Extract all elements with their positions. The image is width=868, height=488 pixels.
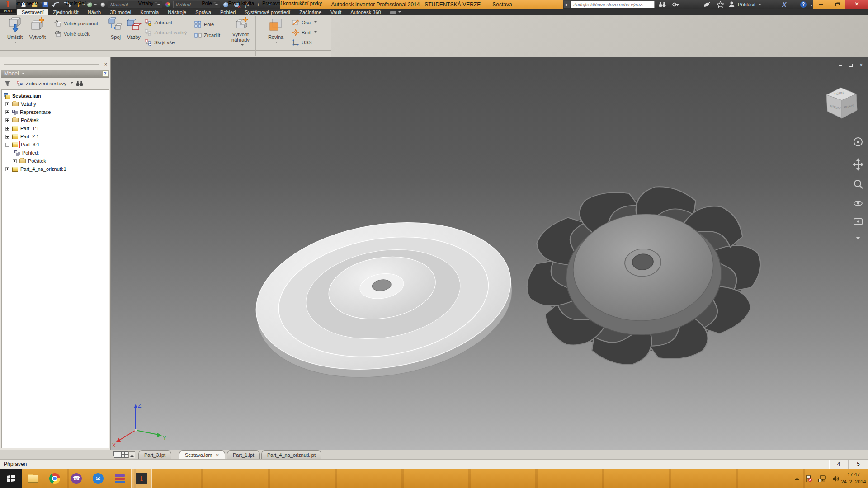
show-hidden-icons-button[interactable] xyxy=(795,475,799,480)
communication-center-button[interactable] xyxy=(701,1,712,8)
minimize-button[interactable] xyxy=(813,0,829,9)
tree-row[interactable]: Part_1:1 xyxy=(2,124,109,132)
expand-icon[interactable] xyxy=(5,110,9,114)
taskbar-file-explorer[interactable] xyxy=(23,469,43,488)
tree-row[interactable]: Sestava.iam xyxy=(2,92,109,100)
sign-in-menu[interactable] xyxy=(727,1,736,8)
browser-view-selector[interactable]: Zobrazení sestavy xyxy=(26,81,66,86)
taskbar-inventor-active[interactable]: I xyxy=(131,469,152,488)
pan-icon[interactable] xyxy=(853,158,863,171)
create-component-button[interactable]: Vytvořit xyxy=(26,17,49,40)
tree-row-selected[interactable]: Part_3:1 xyxy=(2,141,109,149)
doc-tab-part1[interactable]: Part_1.ipt xyxy=(227,450,260,459)
tab-systemove-prostredi[interactable]: Systémové prostředí xyxy=(240,9,295,15)
doc-restore-button[interactable] xyxy=(848,62,854,68)
pattern-button[interactable]: Pole xyxy=(194,21,214,28)
doc-tab-part4[interactable]: Part_4_na_oriznuti.ipt xyxy=(261,450,321,459)
tab-close-icon[interactable] xyxy=(216,453,219,458)
tree-row[interactable]: Počátek xyxy=(2,157,109,165)
group-umisteni[interactable]: Umístění xyxy=(51,0,105,7)
doc-tab-sestava[interactable]: Sestava.iam xyxy=(179,450,225,459)
place-component-button[interactable]: Umístit xyxy=(5,17,25,45)
tab-autodesk-360[interactable]: Autodesk 360 xyxy=(346,9,385,15)
hide-all-button[interactable]: Skrýt vše xyxy=(145,39,175,46)
show-sick-button[interactable]: Zobrazit vadný xyxy=(145,29,187,36)
mirror-button[interactable]: Zrcadlit xyxy=(194,32,220,39)
doc-minimize-button[interactable] xyxy=(837,62,844,68)
taskbar-clock[interactable]: 17:47 24. 2. 2014 xyxy=(840,471,867,485)
create-substitutes-button[interactable]: Vytvořit náhrady xyxy=(229,17,254,48)
group-pracovni-prvky[interactable]: Pracovní konstrukční prvky xyxy=(255,0,329,7)
search-input[interactable] xyxy=(571,1,654,8)
volume-icon[interactable] xyxy=(832,475,840,482)
work-axis-button[interactable]: Osa xyxy=(292,19,317,26)
expand-icon[interactable] xyxy=(5,167,9,171)
expand-icon[interactable] xyxy=(5,135,9,139)
tree-row[interactable]: Part_2:1 xyxy=(2,132,109,141)
search-button[interactable] xyxy=(656,1,668,8)
expand-icon[interactable] xyxy=(5,118,9,122)
tab-navrh[interactable]: Návrh xyxy=(83,9,105,15)
collapse-tabs-button[interactable] xyxy=(128,451,135,458)
close-button[interactable]: ✕ xyxy=(845,0,868,9)
group-pole[interactable]: Pole xyxy=(191,0,227,7)
ribbon-appearance-button[interactable] xyxy=(390,11,396,14)
tree-row[interactable]: Part_4_na_oriznuti:1 xyxy=(2,165,109,173)
show-relationships-button[interactable]: Zobrazit xyxy=(145,19,172,26)
joint-button[interactable]: Spoj xyxy=(108,17,124,40)
panel-close-icon[interactable] xyxy=(103,61,108,67)
filter-icon[interactable] xyxy=(4,80,11,87)
orbit-icon[interactable] xyxy=(854,201,862,206)
free-move-button[interactable]: Volně posunout xyxy=(54,20,98,27)
part-impeller[interactable] xyxy=(520,175,767,375)
tab-nastroje[interactable]: Nástroje xyxy=(163,9,191,15)
look-at-icon[interactable] xyxy=(854,219,862,225)
ucs-button[interactable]: USS xyxy=(292,39,312,46)
expand-icon[interactable] xyxy=(5,102,9,106)
search-expand-button[interactable]: ▶ xyxy=(564,1,570,8)
group-produktivita[interactable]: Produktivita xyxy=(227,0,255,7)
sign-in-button[interactable]: Přihlásit xyxy=(738,2,761,7)
browser-help-icon[interactable] xyxy=(102,70,108,77)
tile-windows-icon[interactable] xyxy=(121,451,128,458)
action-center-flag-icon[interactable] xyxy=(805,475,812,482)
free-rotate-button[interactable]: Volně otočit xyxy=(54,30,90,38)
tree-row[interactable]: Reprezentace xyxy=(2,108,109,116)
part-disc[interactable] xyxy=(245,206,523,395)
fullnav-wheel-icon[interactable] xyxy=(854,138,862,146)
expand-icon[interactable] xyxy=(5,127,9,131)
navbar-more-icon[interactable] xyxy=(856,237,860,239)
help-menu-button[interactable] xyxy=(808,4,813,8)
taskbar-mail[interactable] xyxy=(88,469,108,488)
taskbar-chrome[interactable] xyxy=(44,469,65,488)
tab-sprava[interactable]: Správa xyxy=(191,9,216,15)
tab-zjednodusit[interactable]: Zjednodušit xyxy=(48,9,83,15)
tab-zaciname[interactable]: Začínáme xyxy=(295,9,326,15)
tree-row[interactable]: Počátek xyxy=(2,116,109,124)
collapse-icon[interactable] xyxy=(5,143,9,147)
browser-header[interactable]: Model xyxy=(1,70,109,78)
favorites-button[interactable] xyxy=(714,1,726,8)
work-plane-button[interactable]: Rovina xyxy=(264,17,288,45)
tree-row[interactable]: Vztahy xyxy=(2,100,109,108)
subscription-button[interactable] xyxy=(670,1,682,8)
tab-sestaveni[interactable]: Sestavení xyxy=(17,9,48,15)
app-menu-button[interactable]: I PRO xyxy=(0,0,16,15)
taskbar-winrar[interactable] xyxy=(109,469,130,488)
cascade-windows-icon[interactable] xyxy=(114,451,121,458)
tab-vault[interactable]: Vault xyxy=(326,9,346,15)
start-button[interactable] xyxy=(0,469,22,488)
doc-close-button[interactable] xyxy=(858,62,864,68)
panel-grip-handle[interactable] xyxy=(4,64,99,66)
help-button[interactable]: ? xyxy=(800,1,807,8)
zoom-icon[interactable] xyxy=(854,180,863,188)
network-icon[interactable] xyxy=(818,475,826,482)
tab-pohled[interactable]: Pohled xyxy=(216,9,240,15)
group-vztahy[interactable]: Vztahy xyxy=(105,0,191,7)
constrain-button[interactable]: Vazby xyxy=(125,17,143,40)
work-point-button[interactable]: Bod xyxy=(292,29,317,36)
expand-icon[interactable] xyxy=(13,159,17,163)
tab-kontrola[interactable]: Kontrola xyxy=(136,9,163,15)
restore-button[interactable] xyxy=(829,0,845,9)
tree-row[interactable]: Pohled: xyxy=(2,149,109,157)
